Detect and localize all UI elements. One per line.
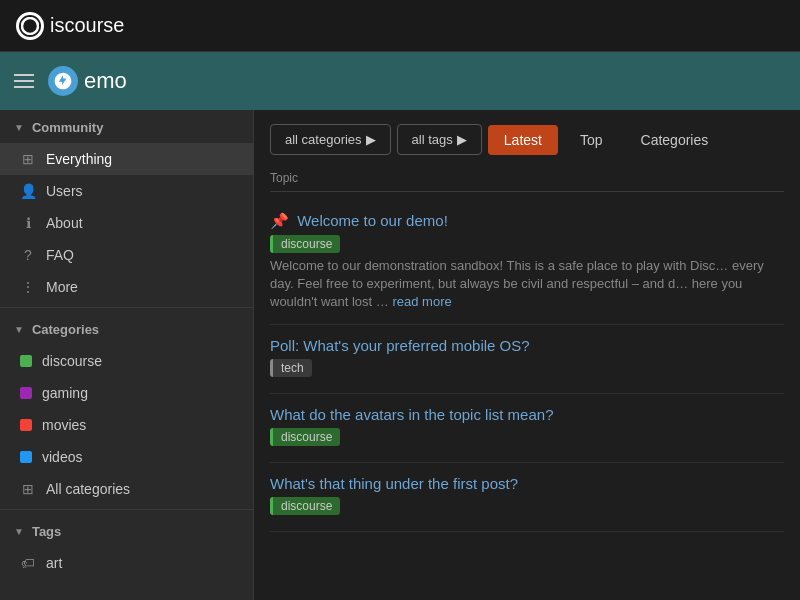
gaming-dot xyxy=(20,387,32,399)
discourse-logo-icon xyxy=(16,12,44,40)
discourse-logo[interactable]: iscourse xyxy=(16,12,124,40)
topic-title-first-post[interactable]: What's that thing under the first post? xyxy=(270,475,784,492)
topic-title-poll[interactable]: Poll: What's your preferred mobile OS? xyxy=(270,337,784,354)
sidebar-divider-2 xyxy=(0,509,253,510)
videos-dot xyxy=(20,451,32,463)
sidebar-discourse-label: discourse xyxy=(42,353,102,369)
everything-icon: ⊞ xyxy=(20,151,36,167)
topic-tag-tech-poll[interactable]: tech xyxy=(270,359,312,377)
sidebar-item-gaming[interactable]: gaming xyxy=(0,377,253,409)
sidebar: ▼ Community ⊞ Everything 👤 Users ℹ About… xyxy=(0,110,254,600)
faq-icon: ? xyxy=(20,247,36,263)
users-icon: 👤 xyxy=(20,183,36,199)
hamburger-menu[interactable] xyxy=(14,74,34,88)
more-icon: ⋮ xyxy=(20,279,36,295)
topic-excerpt-welcome: Welcome to our demonstration sandbox! Th… xyxy=(270,257,784,312)
topbar: iscourse xyxy=(0,0,800,52)
sidebar-item-videos[interactable]: videos xyxy=(0,441,253,473)
discourse-dot xyxy=(20,355,32,367)
read-more-welcome[interactable]: read more xyxy=(392,294,451,309)
topic-title-avatars[interactable]: What do the avatars in the topic list me… xyxy=(270,406,784,423)
site-header: emo xyxy=(0,52,800,110)
sidebar-section-categories[interactable]: ▼ Categories xyxy=(0,312,253,345)
sidebar-item-all-categories[interactable]: ⊞ All categories xyxy=(0,473,253,505)
svg-point-1 xyxy=(27,23,33,29)
content-area: all categories ▶ all tags ▶ Latest Top C… xyxy=(254,110,800,600)
topic-item-welcome: 📌 Welcome to our demo! discourse Welcome… xyxy=(270,200,784,325)
sidebar-videos-label: videos xyxy=(42,449,82,465)
sidebar-item-more[interactable]: ⋮ More xyxy=(0,271,253,303)
tags-filter[interactable]: all tags ▶ xyxy=(397,124,482,155)
sidebar-divider-1 xyxy=(0,307,253,308)
sidebar-item-discourse[interactable]: discourse xyxy=(0,345,253,377)
sidebar-item-about[interactable]: ℹ About xyxy=(0,207,253,239)
topic-item-avatars: What do the avatars in the topic list me… xyxy=(270,394,784,463)
svg-point-0 xyxy=(22,18,38,34)
all-categories-icon: ⊞ xyxy=(20,481,36,497)
sidebar-section-tags[interactable]: ▼ Tags xyxy=(0,514,253,547)
site-name: emo xyxy=(84,68,127,94)
sidebar-gaming-label: gaming xyxy=(42,385,88,401)
sidebar-section-community[interactable]: ▼ Community xyxy=(0,110,253,143)
topic-title-welcome[interactable]: 📌 Welcome to our demo! xyxy=(270,212,784,230)
tab-latest[interactable]: Latest xyxy=(488,125,558,155)
sidebar-item-faq-label: FAQ xyxy=(46,247,74,263)
filter-bar: all categories ▶ all tags ▶ Latest Top C… xyxy=(270,124,784,155)
sidebar-all-categories-label: All categories xyxy=(46,481,130,497)
sidebar-item-more-label: More xyxy=(46,279,78,295)
sidebar-item-art[interactable]: 🏷 art xyxy=(0,547,253,579)
categories-section-label: Categories xyxy=(32,322,99,337)
sidebar-item-everything-label: Everything xyxy=(46,151,112,167)
topic-item-poll: Poll: What's your preferred mobile OS? t… xyxy=(270,325,784,394)
categories-filter-chevron: ▶ xyxy=(366,132,376,147)
tag-icon: 🏷 xyxy=(20,555,36,571)
tags-section-label: Tags xyxy=(32,524,61,539)
main-layout: ▼ Community ⊞ Everything 👤 Users ℹ About… xyxy=(0,110,800,600)
site-logo[interactable]: emo xyxy=(48,66,127,96)
sidebar-movies-label: movies xyxy=(42,417,86,433)
sidebar-item-users[interactable]: 👤 Users xyxy=(0,175,253,207)
tags-filter-label: all tags xyxy=(412,132,453,147)
tab-top[interactable]: Top xyxy=(564,125,619,155)
topic-item-first-post: What's that thing under the first post? … xyxy=(270,463,784,532)
community-chevron: ▼ xyxy=(14,122,24,133)
tags-chevron: ▼ xyxy=(14,526,24,537)
movies-dot xyxy=(20,419,32,431)
about-icon: ℹ xyxy=(20,215,36,231)
community-label: Community xyxy=(32,120,104,135)
sidebar-art-label: art xyxy=(46,555,62,571)
sidebar-item-about-label: About xyxy=(46,215,83,231)
topic-tag-discourse-welcome[interactable]: discourse xyxy=(270,235,340,253)
sidebar-item-everything[interactable]: ⊞ Everything xyxy=(0,143,253,175)
topic-column-header: Topic xyxy=(270,171,784,192)
categories-filter-label: all categories xyxy=(285,132,362,147)
sidebar-item-users-label: Users xyxy=(46,183,83,199)
categories-chevron: ▼ xyxy=(14,324,24,335)
sidebar-item-movies[interactable]: movies xyxy=(0,409,253,441)
categories-filter[interactable]: all categories ▶ xyxy=(270,124,391,155)
tab-categories[interactable]: Categories xyxy=(625,125,725,155)
discourse-logo-text: iscourse xyxy=(50,14,124,37)
tags-filter-chevron: ▶ xyxy=(457,132,467,147)
pin-icon: 📌 xyxy=(270,212,289,229)
site-logo-icon xyxy=(48,66,78,96)
topic-tag-discourse-first-post[interactable]: discourse xyxy=(270,497,340,515)
topic-tag-discourse-avatars[interactable]: discourse xyxy=(270,428,340,446)
sidebar-item-faq[interactable]: ? FAQ xyxy=(0,239,253,271)
